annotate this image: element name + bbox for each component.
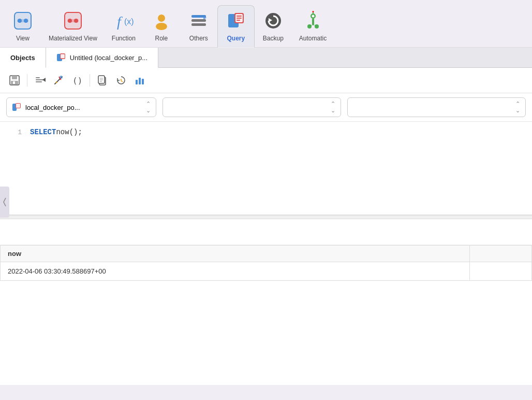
svg-line-59	[121, 81, 123, 82]
toolbar-item-automatic[interactable]: Automatic	[292, 6, 334, 47]
svg-rect-16	[191, 23, 206, 26]
view-icon	[12, 10, 34, 32]
chart-button[interactable]	[131, 72, 148, 89]
table-header-row: now	[1, 246, 532, 262]
materialized-view-icon	[62, 10, 84, 32]
connection-dropdown[interactable]: local_docker_po... ⌃⌄	[6, 97, 156, 117]
svg-rect-21	[237, 16, 242, 17]
toolbar-item-function[interactable]: f (x) Function	[105, 6, 143, 47]
svg-point-50	[56, 82, 57, 83]
toolbar-item-view[interactable]: View	[4, 6, 41, 47]
format-button[interactable]	[32, 72, 48, 89]
svg-rect-28	[312, 18, 314, 25]
tab-untitled-label: Untitled (local_docker_p...	[70, 54, 147, 62]
svg-rect-22	[237, 18, 242, 19]
svg-rect-41	[13, 81, 15, 84]
schema-dropdown[interactable]: ⌃⌄	[347, 97, 526, 117]
svg-line-46	[55, 79, 60, 84]
toolbar-divider-1	[27, 74, 27, 87]
backup-icon	[262, 10, 284, 32]
others-icon	[188, 10, 210, 32]
cell-timestamp: 2022-04-06 03:30:49.588697+00	[1, 262, 470, 281]
toolbar-item-others[interactable]: Others	[180, 6, 217, 47]
results-table: now 2022-04-06 03:30:49.588697+00	[0, 245, 532, 281]
main-content: ()	[0, 68, 532, 385]
main-toolbar: View Materialized View f (x) Function	[0, 0, 532, 48]
svg-rect-44	[36, 81, 42, 82]
query-icon	[225, 10, 247, 32]
svg-line-49	[60, 79, 61, 80]
result-header-area	[0, 219, 532, 245]
toolbar-item-query[interactable]: Query	[217, 5, 255, 48]
svg-text:(): ()	[72, 76, 82, 85]
svg-marker-45	[42, 78, 46, 82]
results-container: now 2022-04-06 03:30:49.588697+00	[0, 245, 532, 385]
svg-rect-9	[67, 19, 79, 22]
schema-arrow: ⌃⌄	[515, 101, 520, 114]
history-button[interactable]	[113, 72, 129, 89]
svg-rect-42	[36, 77, 40, 78]
svg-point-34	[312, 11, 314, 12]
toolbar-divider-2	[90, 74, 90, 87]
code-editor[interactable]: 1 SELECT now();	[0, 122, 532, 215]
query-label: Query	[227, 35, 245, 42]
database-dropdown[interactable]: ⌃⌄	[162, 97, 341, 117]
svg-point-27	[312, 15, 314, 17]
svg-rect-4	[17, 19, 28, 22]
code-line-1: 1 SELECT now();	[0, 128, 532, 136]
save-button[interactable]	[6, 72, 23, 89]
svg-rect-37	[61, 54, 65, 59]
wrap-button[interactable]: ()	[69, 72, 85, 89]
function-label: Function	[112, 35, 136, 42]
dropdowns-row: local_docker_po... ⌃⌄ ⌃⌄ ⌃⌄	[0, 93, 532, 122]
resize-handle[interactable]	[0, 215, 532, 219]
magic-button[interactable]	[50, 72, 67, 89]
tab-query-icon	[56, 53, 66, 62]
svg-text:f: f	[117, 13, 123, 30]
tab-untitled[interactable]: Untitled (local_docker_p...	[46, 48, 158, 68]
automatic-icon	[302, 10, 324, 32]
tab-objects[interactable]: Objects	[0, 48, 46, 68]
tab-bar: Objects Untitled (local_docker_p...	[0, 48, 532, 68]
toolbar-item-role[interactable]: Role	[143, 6, 180, 47]
svg-rect-61	[139, 78, 141, 84]
code-keyword-select: SELECT	[30, 128, 56, 136]
toolbar-item-backup[interactable]: Backup	[255, 6, 292, 47]
connection-icon	[12, 103, 21, 112]
tab-objects-label: Objects	[10, 54, 35, 62]
code-rest-1: now();	[56, 128, 82, 136]
view-label: View	[16, 35, 29, 42]
svg-rect-62	[142, 79, 144, 84]
toolbar-item-materialized-view[interactable]: Materialized View	[41, 6, 105, 47]
automatic-label: Automatic	[299, 35, 327, 42]
table-row: 2022-04-06 03:30:49.588697+00	[1, 262, 532, 281]
role-icon	[151, 10, 172, 32]
svg-point-12	[158, 15, 165, 22]
role-label: Role	[155, 35, 168, 42]
function-icon: f (x)	[113, 10, 135, 32]
database-arrow: ⌃⌄	[331, 101, 335, 114]
cell-empty	[469, 262, 531, 281]
copy-button[interactable]	[94, 72, 111, 89]
line-number-1: 1	[6, 128, 22, 136]
svg-rect-60	[136, 80, 138, 84]
others-label: Others	[189, 35, 208, 42]
svg-rect-23	[237, 20, 240, 21]
col-empty	[469, 246, 531, 262]
svg-rect-65	[16, 104, 20, 108]
svg-text:(x): (x)	[124, 17, 134, 26]
connection-arrow: ⌃⌄	[146, 101, 151, 114]
backup-label: Backup	[263, 35, 284, 42]
sidebar-collapse-handle[interactable]	[0, 187, 9, 218]
editor-toolbar: ()	[0, 68, 532, 93]
svg-rect-39	[12, 76, 17, 79]
materialized-view-label: Materialized View	[49, 35, 97, 42]
connection-value: local_docker_po...	[25, 104, 80, 111]
col-now: now	[1, 246, 470, 262]
svg-point-13	[156, 23, 167, 30]
